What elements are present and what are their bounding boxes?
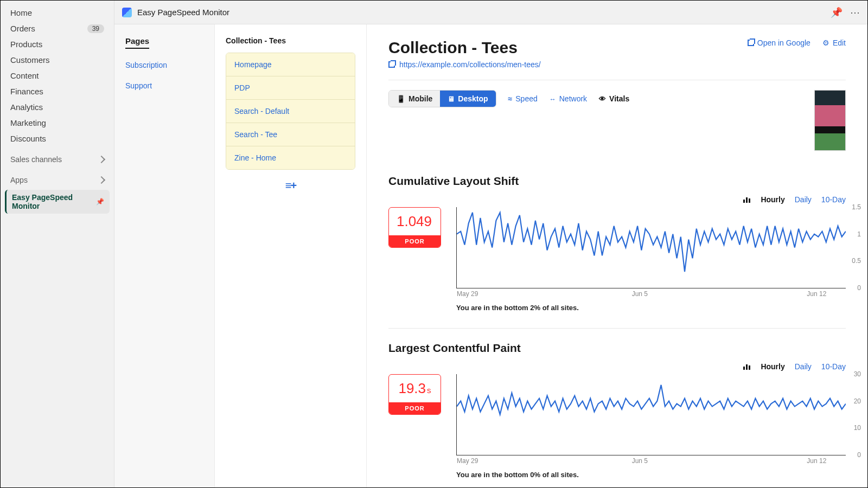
metric-title: Cumulative Layout Shift [388,175,846,188]
metric-cls: Cumulative Layout Shift Hourly Daily 10-… [388,175,846,312]
monitored-item[interactable]: Homepage [226,53,355,76]
monitored-pages-panel: Collection - Tees HomepagePDPSearch - De… [215,24,367,487]
apps-section[interactable]: Apps [1,167,114,188]
x-tick: Jun 5 [632,457,648,465]
range-daily[interactable]: Daily [795,195,812,204]
x-tick: May 29 [457,290,478,298]
nav-badge: 39 [87,24,104,33]
chart-lcp: 0102030May 29Jun 5Jun 12 [456,374,846,455]
metric-lcp: Largest Contentful Paint Hourly Daily 10… [388,342,846,479]
nav-item-discounts[interactable]: Discounts [1,131,114,146]
monitored-item[interactable]: Zine - Home [226,146,355,169]
nav-item-content[interactable]: Content [1,68,114,84]
metric-title: Largest Contentful Paint [388,342,846,355]
chevron-right-icon [98,176,105,184]
nav-item-home[interactable]: Home [1,5,114,21]
chevron-right-icon [98,156,105,163]
monitored-item[interactable]: Search - Tee [226,123,355,146]
pages-tab[interactable]: Pages [125,36,149,49]
monitored-item[interactable]: Search - Default [226,100,355,123]
nav-item-marketing[interactable]: Marketing [1,115,114,131]
range-10day[interactable]: 10-Day [821,362,846,371]
phone-icon [397,94,405,103]
pages-link-support[interactable]: Support [125,81,203,90]
device-tab-mobile[interactable]: Mobile [389,91,440,107]
score-card-cls: 1.049 POOR [388,207,441,248]
y-tick: 1.5 [852,203,861,211]
external-link-icon [388,61,395,68]
eye-icon [599,94,606,103]
y-tick: 10 [854,424,861,432]
metric-caption: You are in the bottom 0% of all sites. [456,471,846,479]
y-tick: 0 [857,451,861,459]
x-tick: Jun 5 [632,290,648,298]
content-area: Collection - Tees Open in Google Edit [367,24,867,487]
x-tick: Jun 12 [807,290,826,298]
admin-sidebar: HomeOrders39ProductsCustomersContentFina… [1,1,114,487]
more-actions-icon[interactable]: ⋯ [850,7,860,18]
chart-cls: 00.511.5May 29Jun 5Jun 12 [456,207,846,288]
laptop-icon [448,94,455,103]
pinned-app-label: Easy PageSpeed Monitor [12,193,96,210]
network-icon [550,94,556,103]
sales-channels-section[interactable]: Sales channels [1,146,114,167]
score-grade: POOR [389,402,441,414]
topbar: Easy PageSpeed Monitor 📌 ⋯ [114,1,867,24]
y-tick: 30 [854,370,861,378]
view-tab-network[interactable]: Network [550,94,587,103]
y-tick: 0 [857,284,861,292]
sales-channels-label: Sales channels [10,155,62,164]
add-page-icon[interactable]: ≡+ [285,179,296,191]
page-thumbnail [814,90,846,151]
open-in-google-button[interactable]: Open in Google [748,38,810,47]
edit-button[interactable]: Edit [822,38,846,47]
app-logo-icon [122,8,132,17]
apps-label: Apps [10,176,28,184]
score-grade: POOR [389,235,441,247]
pinned-app[interactable]: Easy PageSpeed Monitor 📌 [5,190,110,214]
app-title: Easy PageSpeed Monitor [137,8,229,17]
metric-caption: You are in the bottom 2% of all sites. [456,304,846,312]
view-tab-vitals[interactable]: Vitals [599,94,629,103]
gear-icon [822,38,829,47]
pin-window-icon[interactable]: 📌 [831,7,843,18]
device-tab-desktop[interactable]: Desktop [440,91,495,107]
range-hourly[interactable]: Hourly [761,362,784,371]
y-tick: 0.5 [852,257,861,265]
range-10day[interactable]: 10-Day [821,195,846,204]
nav-item-orders[interactable]: Orders39 [1,21,114,36]
y-tick: 20 [854,397,861,405]
nav-item-finances[interactable]: Finances [1,84,114,99]
view-tab-speed[interactable]: Speed [508,94,538,103]
nav-item-customers[interactable]: Customers [1,52,114,68]
speed-icon [508,94,513,103]
page-url-link[interactable]: https://example.com/collections/men-tees… [388,60,846,69]
device-segmented-control: Mobile Desktop [388,90,496,107]
pages-link-subscription[interactable]: Subscription [125,61,203,69]
x-tick: May 29 [457,457,478,465]
page-title: Collection - Tees [388,38,518,57]
nav-item-analytics[interactable]: Analytics [1,99,114,115]
pin-icon: 📌 [96,198,104,206]
range-daily[interactable]: Daily [795,362,812,371]
nav-item-products[interactable]: Products [1,36,114,52]
bar-chart-icon[interactable] [743,196,751,203]
bar-chart-icon[interactable] [743,363,751,370]
monitored-heading: Collection - Tees [215,36,366,53]
score-card-lcp: 19.3s POOR [388,374,441,415]
x-tick: Jun 12 [807,457,826,465]
y-tick: 1 [857,230,861,238]
range-hourly[interactable]: Hourly [761,195,784,204]
monitored-item[interactable]: PDP [226,76,355,100]
external-link-icon [748,40,754,46]
pages-panel: Pages SubscriptionSupport [114,24,215,487]
